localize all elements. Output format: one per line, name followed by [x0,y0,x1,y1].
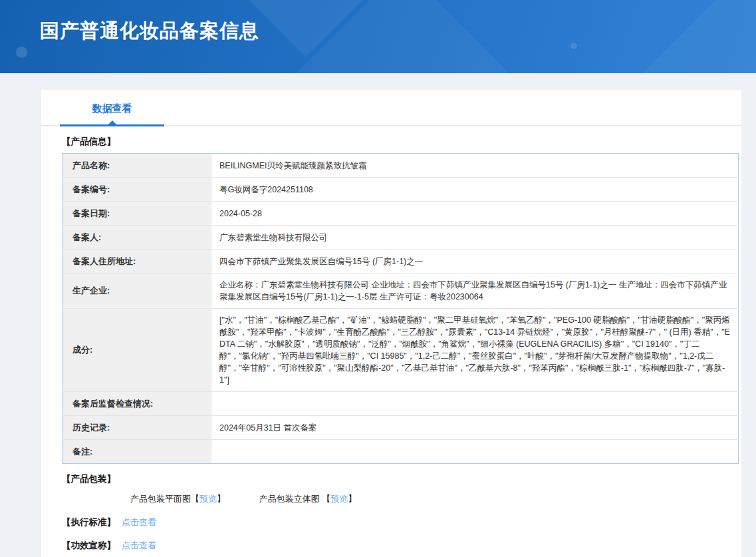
exec-standard-view-link[interactable]: 点击查看 [122,517,156,527]
exec-standard-line: 【执行标准】点击查看 [62,516,741,528]
exec-standard-title: 【执行标准】 [62,517,116,527]
package-flat-label: 产品包装平面图【 [130,494,199,504]
row-value [211,440,739,464]
table-row-product-name: 产品名称: BEILINGMEI贝玲美赋能臻颜紧致抗皱霜 [63,154,739,178]
row-label: 产品名称: [63,154,211,178]
page-title: 国产普通化妆品备案信息 [0,0,756,45]
table-row-history: 历史记录: 2024年05月31日 首次备案 [63,416,739,440]
tab-bar: 数据查看 [41,90,741,126]
row-label: 历史记录: [63,416,211,440]
package-solid-preview-link[interactable]: 预览 [330,494,348,504]
table-row-registrant-address: 备案人住所地址: 四会市下茆镇产业聚集发展区自编号15号 (厂房1-1)之一 [63,250,739,274]
row-value: ["水"，"甘油"，"棕榈酸乙基己酯"，"矿油"，"鲸蜡硬脂醇"，"聚二甲基硅氧… [211,309,739,392]
table-row-filing-date: 备案日期: 2024-05-28 [63,202,739,226]
table-row-remarks: 备注: [63,440,739,464]
row-value: 粤G妆网备字2024251108 [211,178,739,202]
content-card: 数据查看 【产品信息】 产品名称: BEILINGMEI贝玲美赋能臻颜紧致抗皱霜… [41,90,741,557]
header-decor-dot [16,47,27,58]
table-row-registrant: 备案人: 广东碧素堂生物科技有限公司 [63,226,739,250]
table-row-ingredients: 成分: ["水"，"甘油"，"棕榈酸乙基己酯"，"矿油"，"鲸蜡硬脂醇"，"聚二… [63,309,739,392]
row-label: 备案人: [63,226,211,250]
table-row-supervision: 备案后监督检查情况: [63,392,739,416]
row-value: 2024-05-28 [211,202,739,226]
package-solid-item: 产品包装立体图 【预览】 [259,494,357,504]
tab-data-view-label: 数据查看 [92,102,132,114]
table-row-filing-number: 备案编号: 粤G妆网备字2024251108 [63,178,739,202]
page-header: 国产普通化妆品备案信息 [0,0,756,73]
row-value: 广东碧素堂生物科技有限公司 [211,226,739,250]
product-info-section-title: 【产品信息】 [62,136,740,148]
table-row-manufacturer: 生产企业: 企业名称：广东碧素堂生物科技有限公司 企业地址：四会市下茆镇产业聚集… [63,274,739,309]
row-value: 四会市下茆镇产业聚集发展区自编号15号 (厂房1-1)之一 [211,250,739,274]
tab-active-pointer-icon [108,120,116,124]
row-value [211,392,739,416]
row-value: BEILINGMEI贝玲美赋能臻颜紧致抗皱霜 [211,154,739,178]
row-value: 企业名称：广东碧素堂生物科技有限公司 企业地址：四会市下茆镇产业聚集发展区自编号… [211,274,739,309]
row-value: 2024年05月31日 首次备案 [211,416,739,440]
package-solid-label: 产品包装立体图 【 [259,494,331,504]
page: 国产普通化妆品备案信息 数据查看 【产品信息】 产品名称: BEILINGMEI… [0,0,756,557]
package-flat-preview-link[interactable]: 预览 [199,494,217,504]
tab-data-view[interactable]: 数据查看 [60,90,164,125]
product-package-section-title: 【产品包装】 [62,473,740,485]
row-label: 备案日期: [63,202,211,226]
package-solid-bracket: 】 [348,494,356,504]
row-label: 备案后监督检查情况: [63,392,211,416]
product-info-table: 产品名称: BEILINGMEI贝玲美赋能臻颜紧致抗皱霜 备案编号: 粤G妆网备… [62,153,739,464]
package-flat-item: 产品包装平面图【预览】 [130,494,225,504]
content-area: 数据查看 【产品信息】 产品名称: BEILINGMEI贝玲美赋能臻颜紧致抗皱霜… [0,73,756,557]
row-label: 成分: [63,309,211,392]
row-label: 生产企业: [63,274,211,309]
efficacy-claim-view-link[interactable]: 点击查看 [122,540,156,550]
efficacy-claim-line: 【功效宣称】点击查看 [62,540,741,552]
row-label: 备案人住所地址: [63,250,211,274]
row-label: 备注: [63,440,211,464]
row-label: 备案编号: [63,178,211,202]
package-preview-line: 产品包装平面图【预览】 产品包装立体图 【预览】 [130,493,741,505]
package-flat-bracket: 】 [217,494,225,504]
efficacy-claim-title: 【功效宣称】 [62,540,116,550]
